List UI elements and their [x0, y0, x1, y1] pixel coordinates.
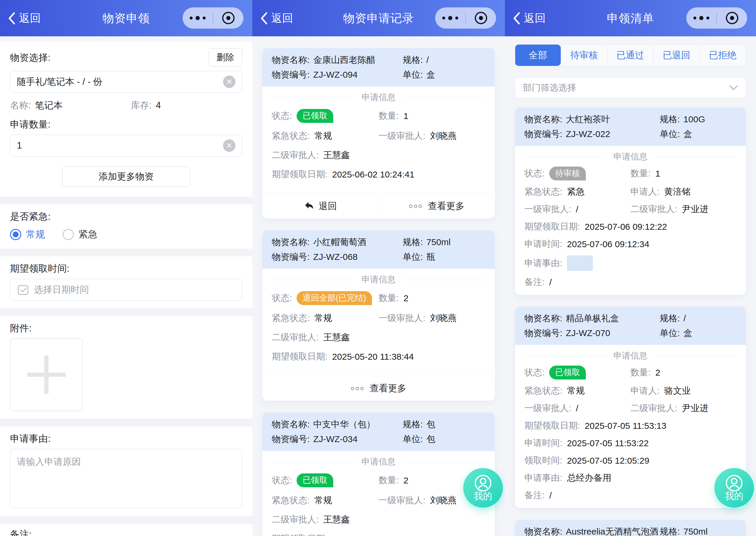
clear-icon[interactable]: ✕ [223, 139, 235, 152]
more-menu-button[interactable] [686, 7, 716, 29]
more-menu-button[interactable] [183, 7, 213, 29]
upload-plus-button[interactable] [10, 338, 83, 411]
add-more-materials-button[interactable]: 添加更多物资 [62, 167, 190, 186]
quantity-input[interactable]: 1 ✕ [10, 135, 242, 156]
urgency-label: 是否紧急: [10, 210, 242, 223]
back-label: 返回 [19, 11, 41, 26]
record-card: 物资名称:小红帽葡萄酒 规格:750ml 物资编号:ZJ-WZ-068 单位:瓶… [262, 230, 495, 401]
reason-textarea[interactable] [10, 449, 242, 508]
material-select-label: 物资选择: [10, 51, 51, 64]
reply-icon [304, 201, 314, 211]
section-remark: 备注: [0, 524, 252, 536]
material-spec: 包 [426, 419, 435, 430]
status-badge: 已领取 [296, 109, 333, 123]
claim-card: 物资名称:Austreelia无酒精气泡酒 规格:750ml 物资编号:ZJ-W… [515, 520, 746, 536]
panel-claim-list: 返回 申领清单 全部 待审核 已通过 已退回 已拒绝 部门筛选选择 物资名称:大… [505, 0, 756, 536]
material-select-value: 随手礼/笔记本 - / - 份 [17, 76, 223, 88]
remark-label: 备注: [10, 528, 242, 536]
radio-selected-icon [10, 229, 21, 240]
department-filter-select[interactable]: 部门筛选选择 [515, 77, 746, 98]
tab-all[interactable]: 全部 [515, 45, 561, 66]
back-button[interactable]: 返回 [8, 0, 41, 36]
chevron-left-icon [260, 12, 268, 25]
material-name: 中支中华（包） [313, 419, 375, 430]
radio-normal-label: 常规 [26, 228, 45, 241]
radio-normal[interactable]: 常规 [10, 228, 45, 241]
back-button[interactable]: 返回 [260, 0, 293, 36]
section-pickup-time: 期望领取时间: 选择日期时间 [0, 256, 252, 308]
header-list: 返回 申领清单 [505, 0, 756, 36]
material-code: ZJ-WZ-034 [313, 433, 358, 445]
mine-fab[interactable]: 我的 [714, 468, 754, 508]
material-name: 金康山西老陈醋 [313, 54, 375, 66]
pickup-time-label: 期望领取时间: [10, 262, 242, 275]
close-minimize-button[interactable] [466, 7, 496, 29]
card-header: 物资名称:大红袍茶叶 规格:100G 物资编号:ZJ-WZ-022 单位:盒 [515, 108, 746, 146]
material-name: 精品单枞礼盒 [566, 313, 619, 324]
datetime-picker[interactable]: 选择日期时间 [10, 279, 242, 301]
card-header: 物资名称:金康山西老陈醋 规格:/ 物资编号:ZJ-WZ-094 单位:盒 [262, 48, 495, 86]
claim-card: 物资名称:大红袍茶叶 规格:100G 物资编号:ZJ-WZ-022 单位:盒 申… [515, 108, 746, 295]
tab-returned[interactable]: 已退回 [653, 45, 699, 66]
reason-highlight [567, 255, 593, 271]
status-badge: 待审核 [549, 167, 586, 181]
material-spec: / [426, 54, 429, 66]
return-button[interactable]: 退回 [262, 194, 378, 218]
miniprogram-capsule [686, 7, 747, 29]
section-gap [0, 197, 252, 204]
close-minimize-button[interactable] [213, 7, 243, 29]
target-icon [726, 12, 738, 24]
material-unit: 瓶 [426, 251, 435, 263]
material-code: ZJ-WZ-068 [313, 251, 358, 263]
material-meta: 名称:笔记本 库存:4 [10, 99, 242, 112]
material-name: Austreelia无酒精气泡酒 [566, 526, 658, 536]
tab-pending[interactable]: 待审核 [561, 45, 607, 66]
material-name: 小红帽葡萄酒 [313, 236, 366, 248]
section-urgency: 是否紧急: 常规 紧急 [0, 204, 252, 249]
record-card: 物资名称:金康山西老陈醋 规格:/ 物资编号:ZJ-WZ-094 单位:盒 申请… [262, 48, 495, 218]
info-divider: 申请信息 [262, 457, 495, 466]
tab-approved[interactable]: 已通过 [607, 45, 653, 66]
mine-fab[interactable]: 我的 [463, 468, 503, 508]
tab-rejected[interactable]: 已拒绝 [700, 45, 746, 66]
status-tabs: 全部 待审核 已通过 已退回 已拒绝 [515, 44, 746, 66]
record-card: 物资名称:中支中华（包） 规格:包 物资编号:ZJ-WZ-034 单位:包 申请… [262, 413, 495, 536]
section-gap [0, 249, 252, 256]
section-gap [0, 516, 252, 524]
clear-icon[interactable]: ✕ [223, 76, 235, 88]
header-apply: 返回 物资申领 [0, 0, 252, 36]
stock-value: 4 [156, 100, 161, 111]
ellipsis-icon [188, 16, 207, 20]
close-minimize-button[interactable] [717, 7, 747, 29]
radio-urgent[interactable]: 紧急 [63, 228, 97, 241]
info-divider: 申请信息 [262, 93, 495, 102]
back-label: 返回 [524, 11, 546, 26]
header-gap [0, 36, 252, 42]
ellipsis-icon [441, 16, 460, 20]
miniprogram-capsule [435, 7, 496, 29]
section-gap [0, 308, 252, 316]
status-badge: 已领取 [549, 366, 586, 380]
delete-button[interactable]: 删除 [209, 48, 242, 67]
chevron-down-icon [729, 85, 738, 90]
card-header: 物资名称:小红帽葡萄酒 规格:750ml 物资编号:ZJ-WZ-068 单位:瓶 [262, 230, 495, 269]
reason-label: 申请事由: [10, 432, 242, 445]
info-divider: 申请信息 [515, 352, 746, 360]
more-circles-icon [351, 387, 365, 390]
view-more-button[interactable]: 查看更多 [378, 194, 495, 218]
quantity-value: 1 [17, 140, 223, 151]
radio-urgent-label: 紧急 [79, 228, 97, 241]
status-badge: 退回全部(已完结) [296, 291, 372, 305]
page-title: 物资申领 [103, 10, 150, 26]
material-select-input[interactable]: 随手礼/笔记本 - / - 份 ✕ [10, 71, 242, 93]
material-spec: 750ml [426, 236, 451, 248]
material-spec: 100G [683, 114, 705, 125]
view-more-button[interactable]: 查看更多 [262, 376, 495, 401]
material-unit: 包 [426, 433, 435, 445]
radio-unselected-icon [63, 229, 74, 240]
name-label: 名称: [10, 100, 31, 111]
page-title: 物资申请记录 [343, 10, 414, 26]
back-button[interactable]: 返回 [513, 0, 546, 36]
ellipsis-icon [692, 16, 711, 20]
more-menu-button[interactable] [435, 7, 465, 29]
